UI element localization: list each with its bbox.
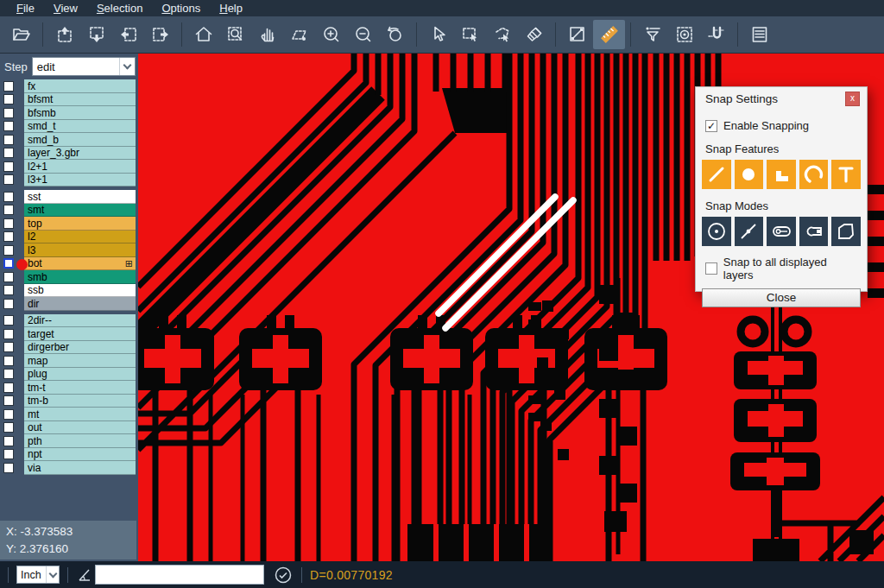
- command-input[interactable]: [95, 565, 264, 585]
- layer-name[interactable]: sst: [24, 190, 136, 204]
- snap-all-layers-checkbox[interactable]: Snap to all displayed layers: [696, 256, 867, 281]
- layer-checkbox[interactable]: [3, 356, 14, 366]
- step-select[interactable]: edit: [32, 57, 136, 76]
- layer-checkbox[interactable]: [3, 299, 14, 309]
- layer-row-map[interactable]: map: [0, 354, 138, 368]
- measure-points-button[interactable]: [561, 20, 593, 49]
- zoom-in-button[interactable]: [315, 20, 347, 49]
- layer-name[interactable]: map: [24, 354, 136, 368]
- layer-name[interactable]: npt: [24, 448, 136, 462]
- layer-name[interactable]: layer_3.gbr: [24, 147, 136, 161]
- layer-checkbox[interactable]: [3, 436, 14, 446]
- menu-item-help[interactable]: Help: [210, 0, 252, 16]
- layer-checkbox[interactable]: [3, 231, 14, 242]
- select-window-button[interactable]: [454, 20, 486, 49]
- layer-row-bfsmt[interactable]: bfsmt: [0, 93, 138, 107]
- layer-checkbox[interactable]: [3, 272, 14, 282]
- unit-select[interactable]: Inch: [16, 566, 60, 584]
- layer-checkbox[interactable]: [3, 161, 14, 172]
- layer-row-via[interactable]: via: [0, 461, 138, 475]
- layer-name[interactable]: 2dir--: [24, 314, 136, 328]
- layer-row-npt[interactable]: npt: [0, 448, 138, 462]
- layer-name[interactable]: smt: [24, 204, 136, 218]
- layer-checkbox[interactable]: [3, 245, 14, 256]
- layer-checkbox[interactable]: [3, 258, 14, 269]
- layer-row-dir[interactable]: dir: [0, 297, 138, 311]
- layer-checkbox[interactable]: [3, 192, 14, 202]
- snap-corner-button[interactable]: [831, 217, 861, 246]
- layer-row-2dir--[interactable]: 2dir--: [0, 314, 138, 328]
- menu-item-file[interactable]: File: [7, 0, 44, 16]
- snap-keyhole-button[interactable]: [799, 217, 829, 246]
- layer-name[interactable]: dirgerber: [24, 341, 136, 355]
- layer-row-l3[interactable]: l3: [0, 243, 138, 257]
- layer-row-sst[interactable]: sst: [0, 190, 138, 204]
- layer-row-fx[interactable]: fx: [0, 79, 138, 93]
- zoom-previous-button[interactable]: [379, 20, 411, 49]
- layer-checkbox[interactable]: [3, 205, 14, 215]
- layer-name[interactable]: fx: [24, 79, 136, 93]
- pan-right-button[interactable]: [144, 20, 176, 49]
- view-box-button[interactable]: [668, 20, 700, 49]
- enable-snapping-checkbox[interactable]: ✓ Enable Snapping: [696, 119, 867, 132]
- layer-checkbox[interactable]: [3, 463, 14, 473]
- layer-name[interactable]: dir: [24, 297, 136, 311]
- layer-row-top[interactable]: top: [0, 217, 138, 231]
- layer-checkbox[interactable]: [3, 383, 14, 393]
- layer-checkbox[interactable]: [3, 148, 14, 158]
- snap-text-button[interactable]: [831, 160, 861, 189]
- pan-up-button[interactable]: [48, 20, 80, 49]
- layer-row-l3+1[interactable]: l3+1: [0, 174, 138, 187]
- layer-checkbox[interactable]: [3, 285, 14, 295]
- layer-row-tm-b[interactable]: tm-b: [0, 395, 138, 408]
- clear-brush-button[interactable]: [518, 20, 550, 49]
- layer-checkbox[interactable]: [3, 94, 14, 104]
- layer-row-l2[interactable]: l2: [0, 231, 138, 244]
- select-polygon-button[interactable]: [486, 20, 518, 49]
- checkbox[interactable]: ✓: [705, 120, 717, 132]
- zoom-object-button[interactable]: [283, 20, 315, 49]
- layer-name[interactable]: tm-t: [24, 381, 136, 395]
- layer-row-smt[interactable]: smt: [0, 204, 138, 218]
- layer-name[interactable]: bot⊞: [24, 257, 136, 271]
- layer-name[interactable]: tm-b: [24, 395, 136, 408]
- layer-grid-icon[interactable]: ⊞: [125, 259, 133, 268]
- layer-checkbox[interactable]: [3, 315, 14, 326]
- layer-checkbox[interactable]: [3, 395, 14, 406]
- layer-checkbox[interactable]: [3, 174, 14, 185]
- layer-name[interactable]: smd_t: [24, 120, 136, 134]
- layer-name[interactable]: top: [24, 217, 136, 231]
- close-button[interactable]: Close: [702, 288, 861, 307]
- layer-row-smd_t[interactable]: smd_t: [0, 120, 138, 134]
- select-button[interactable]: [422, 20, 454, 49]
- layer-name[interactable]: out: [24, 421, 136, 435]
- ruler-tool-button[interactable]: [593, 20, 625, 49]
- snap-arc-button[interactable]: [799, 160, 829, 189]
- layer-checkbox[interactable]: [3, 121, 14, 131]
- layer-row-plug[interactable]: plug: [0, 368, 138, 382]
- layer-name[interactable]: l2+1: [24, 160, 136, 174]
- filter-button[interactable]: [636, 20, 668, 49]
- layer-name[interactable]: via: [24, 461, 136, 475]
- layer-name[interactable]: bfsmb: [24, 106, 136, 120]
- snap-pad-button[interactable]: [735, 160, 764, 189]
- apply-check-icon[interactable]: [273, 565, 294, 585]
- layer-name[interactable]: smd_b: [24, 133, 136, 147]
- layer-checkbox[interactable]: [3, 218, 14, 229]
- layer-name[interactable]: l2: [24, 231, 136, 244]
- layer-checkbox[interactable]: [3, 81, 14, 92]
- layer-row-target[interactable]: target: [0, 327, 138, 341]
- home-view-button[interactable]: [187, 20, 219, 49]
- layer-checkbox[interactable]: [3, 135, 14, 145]
- snap-line-button[interactable]: [702, 160, 731, 189]
- snap-surface-button[interactable]: [767, 160, 796, 189]
- layer-name[interactable]: smb: [24, 270, 136, 284]
- layer-row-ssb[interactable]: ssb: [0, 284, 138, 298]
- layer-checkbox[interactable]: [3, 449, 14, 459]
- menu-item-view[interactable]: View: [44, 0, 87, 16]
- layer-name[interactable]: ssb: [24, 284, 136, 298]
- layer-checkbox[interactable]: [3, 422, 14, 433]
- layer-name[interactable]: mt: [24, 408, 136, 421]
- layer-row-dirgerber[interactable]: dirgerber: [0, 341, 138, 355]
- snap-center-button[interactable]: [702, 217, 731, 246]
